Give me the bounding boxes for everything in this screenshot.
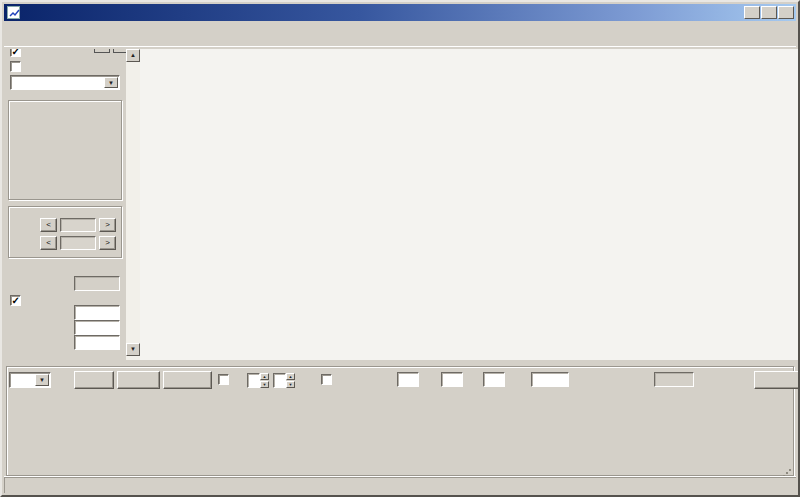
above-value-field[interactable] [60, 218, 96, 232]
draw-group [8, 100, 122, 200]
dh-spinner-1-field[interactable] [247, 373, 260, 388]
above-increment-button[interactable]: > [99, 218, 116, 232]
below-increment-button[interactable]: > [99, 236, 116, 250]
dh-checkbox[interactable] [218, 374, 229, 385]
v2-field[interactable] [483, 372, 505, 387]
chevron-down-icon[interactable]: ▼ [35, 374, 49, 386]
sidebar: ✓ ▼ < > < > ✓ [4, 49, 126, 360]
chart-area [140, 49, 800, 360]
sidebar-scrollbar[interactable]: ▲ ▼ [126, 49, 140, 360]
below-value-field[interactable] [60, 236, 96, 250]
dh-spinner-1: ▲▼ [247, 373, 269, 388]
d-field[interactable] [397, 372, 419, 387]
save-button[interactable] [163, 371, 212, 389]
status-bar [4, 476, 796, 493]
chevron-down-icon[interactable]: ▼ [104, 77, 118, 88]
title-bar [4, 4, 796, 21]
app-window: ✓ ▼ < > < > ✓ [0, 0, 800, 497]
dh-spinner-2-field[interactable] [273, 373, 286, 388]
portfolio-selector[interactable]: ▼ [9, 372, 51, 388]
import-button[interactable] [74, 371, 114, 389]
spinner-up-icon[interactable]: ▲ [286, 373, 295, 380]
menu-about[interactable] [784, 21, 796, 34]
render-group [8, 206, 122, 258]
v1-field[interactable] [441, 372, 463, 387]
spinner-down-icon[interactable]: ▼ [260, 381, 269, 388]
scroll-up-icon[interactable]: ▲ [126, 49, 140, 62]
profit-chart-plot[interactable] [140, 49, 800, 360]
scroll-down-icon[interactable]: ▼ [126, 343, 140, 356]
close-button[interactable] [778, 6, 794, 19]
app-icon [7, 6, 20, 19]
menu-bar [4, 21, 796, 34]
grid-y-field[interactable] [74, 276, 120, 291]
portfolio-panel: ▼ ▲▼ ▲▼ [4, 360, 796, 480]
p1-field[interactable] [531, 372, 569, 387]
minimize-button[interactable] [744, 6, 760, 19]
dh-spinner-2: ▲▼ [273, 373, 295, 388]
spinner-down-icon[interactable]: ▼ [286, 381, 295, 388]
tab-strip [4, 34, 796, 49]
sko-field[interactable] [74, 320, 120, 335]
calculate-button[interactable] [754, 371, 800, 389]
p2-field[interactable] [654, 372, 694, 387]
auto-checkbox[interactable]: ✓ [10, 295, 21, 306]
above-decrement-button[interactable]: < [40, 218, 57, 232]
spinner-up-icon[interactable]: ▲ [260, 373, 269, 380]
delete-button[interactable] [117, 371, 160, 389]
compare-checkbox[interactable] [10, 61, 21, 72]
days-field[interactable] [74, 335, 120, 350]
strategy-combobox[interactable]: ▼ [10, 75, 120, 90]
grid-x-field[interactable] [74, 305, 120, 320]
maximize-button[interactable] [761, 6, 777, 19]
below-decrement-button[interactable]: < [40, 236, 57, 250]
m-checkbox[interactable] [321, 374, 332, 385]
